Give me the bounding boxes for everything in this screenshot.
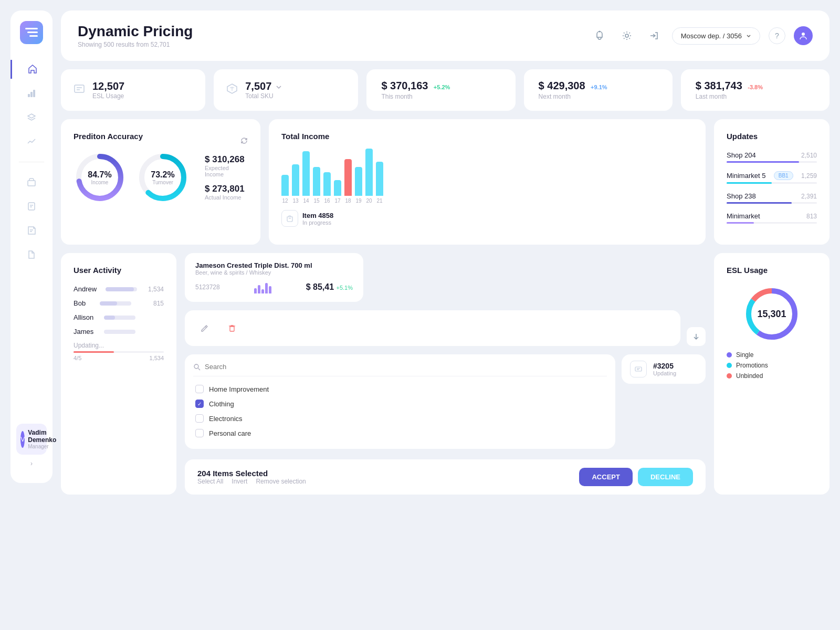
logout-button[interactable]	[645, 26, 664, 45]
remove-selection-link[interactable]: Remove selection	[256, 478, 306, 485]
category-checkbox[interactable]	[195, 385, 204, 393]
total-income-card: Total Income 12131415161718192021 Item 4…	[269, 119, 706, 245]
sidebar-collapse-arrow[interactable]: ›	[30, 460, 33, 467]
chevron-down-icon	[746, 33, 751, 38]
svg-rect-3	[28, 94, 30, 97]
sidebar-item-home[interactable]	[10, 60, 52, 79]
center-area: Jameson Crested Triple Dist. 700 ml Beer…	[185, 253, 706, 495]
notification-button[interactable]	[590, 26, 609, 45]
sidebar-item-notes[interactable]	[22, 221, 41, 240]
activity-bar-bg	[100, 301, 131, 306]
sidebar-item-trends[interactable]	[22, 132, 41, 151]
gear-icon	[622, 30, 632, 41]
income-gauge: 84.7% Income	[74, 151, 126, 204]
user-activity-card: User Activity Andrew 1,534 Bob 815 Allis…	[61, 253, 176, 495]
this-month-card: $ 370,163 +5.2% This month	[366, 69, 515, 111]
settings-button[interactable]	[617, 26, 636, 45]
user-panel: V Vadim Demenko Manager	[16, 424, 47, 455]
bar-group: 12	[281, 175, 289, 204]
income-sublabel: Income	[88, 180, 111, 185]
bell-icon	[594, 30, 605, 41]
accept-button[interactable]: ACCEPT	[579, 468, 632, 486]
bar-group: 14	[302, 151, 310, 204]
expected-income-stat: $ 310,268 Expected Income	[205, 154, 248, 177]
svg-line-28	[198, 368, 201, 370]
svg-point-14	[625, 34, 628, 37]
actual-income-stat: $ 273,801 Actual Income	[205, 184, 248, 201]
location-label: Moscow dep. / 3056	[681, 32, 742, 40]
user-avatar[interactable]	[794, 26, 813, 45]
category-label: Electronics	[209, 415, 243, 423]
activity-value: 815	[145, 300, 164, 307]
bar	[323, 172, 331, 196]
next-month-card: $ 429,308 +9.1% Next month	[524, 69, 673, 111]
bar	[334, 180, 341, 196]
sku-stat-card: 7,507 Total SKU	[214, 69, 358, 111]
update-value: 2,510	[801, 152, 817, 159]
mini-bar-1	[254, 288, 257, 293]
esl-gauge: 15,301	[743, 285, 801, 343]
bar	[302, 151, 310, 196]
svg-point-13	[598, 31, 600, 33]
svg-rect-17	[75, 85, 84, 92]
category-row[interactable]: ✓ Clothing	[193, 396, 607, 411]
item-badge: Item 4858 In progress	[281, 210, 693, 227]
sort-button[interactable]	[687, 327, 706, 346]
updating-progress-bar	[74, 351, 114, 353]
activity-bar-bg	[106, 287, 137, 291]
refresh-button[interactable]	[240, 137, 248, 146]
sidebar-item-layers[interactable]	[22, 108, 41, 127]
header-title-group: Dynamic Pricing Showing 500 results from…	[78, 23, 193, 48]
search-status-row: Home Improvement ✓ Clothing Electronics …	[185, 354, 706, 449]
category-checkbox[interactable]: ✓	[195, 400, 204, 408]
page-subtitle: Showing 500 results from 52,701	[78, 41, 193, 48]
category-checkbox[interactable]	[195, 429, 204, 437]
category-row[interactable]: Electronics	[193, 411, 607, 426]
mini-bar-2	[258, 285, 260, 293]
esl-value: 12,507	[92, 80, 124, 92]
product-id: 5123728	[195, 284, 220, 291]
update-bar-bg	[727, 222, 817, 224]
svg-point-16	[802, 33, 805, 36]
bar	[344, 159, 352, 196]
search-categories: Home Improvement ✓ Clothing Electronics …	[193, 382, 607, 440]
updating-value: 1,534	[149, 355, 164, 361]
middle-row: Prediton Accuracy	[61, 119, 830, 245]
edit-button[interactable]	[195, 319, 214, 338]
prediction-stats: $ 310,268 Expected Income $ 273,801 Actu…	[205, 154, 248, 201]
mini-bar-3	[261, 289, 264, 293]
sidebar-item-report[interactable]	[22, 197, 41, 216]
sidebar-item-analytics[interactable]	[22, 84, 41, 103]
update-bar-fill	[727, 222, 754, 224]
bar	[292, 164, 299, 196]
updates-card: Updates Shop 204 2,510 Minimarket 5 BB1 …	[714, 119, 830, 245]
search-input[interactable]	[205, 363, 607, 371]
legend-item: Single	[727, 351, 817, 359]
bottom-row: User Activity Andrew 1,534 Bob 815 Allis…	[61, 253, 830, 495]
search-input-row	[193, 363, 607, 376]
svg-rect-0	[25, 28, 38, 29]
category-row[interactable]: Home Improvement	[193, 382, 607, 396]
invert-link[interactable]: Invert	[232, 478, 247, 485]
category-checkbox[interactable]	[195, 414, 204, 423]
bar-label: 18	[345, 198, 351, 204]
item-icon	[281, 210, 298, 227]
select-all-link[interactable]: Select All	[197, 478, 223, 485]
chevron-down-icon[interactable]	[276, 83, 282, 90]
updates-title: Updates	[727, 132, 817, 141]
update-item: Shop 204 2,510	[727, 151, 817, 163]
decline-button[interactable]: DECLINE	[638, 468, 693, 486]
svg-rect-1	[27, 32, 38, 33]
income-bar-chart: 12131415161718192021	[281, 151, 693, 204]
delete-button[interactable]	[223, 319, 242, 338]
bar-group: 16	[323, 172, 331, 204]
actual-label: Actual Income	[205, 194, 248, 201]
help-button[interactable]: ?	[769, 27, 785, 44]
location-dropdown[interactable]: Moscow dep. / 3056	[672, 27, 760, 45]
action-row	[185, 310, 706, 346]
next-month-label: Next month	[539, 93, 658, 100]
turnover-gauge: 73.2% Turnover	[136, 151, 189, 204]
category-row[interactable]: Personal care	[193, 426, 607, 440]
sidebar-item-store[interactable]	[22, 173, 41, 192]
sidebar-item-document[interactable]	[22, 245, 41, 264]
